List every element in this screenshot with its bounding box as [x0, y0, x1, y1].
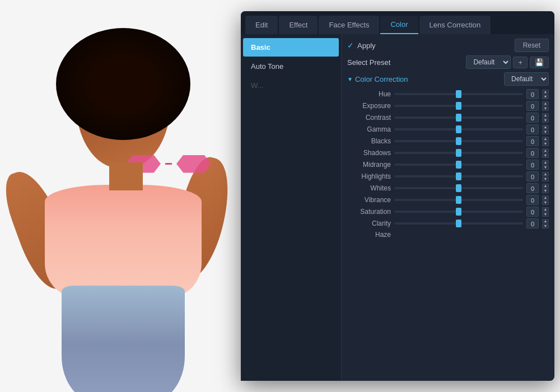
slider-up-hue[interactable]: ▲ [542, 90, 549, 94]
slider-down-highlights[interactable]: ▼ [542, 177, 549, 181]
slider-value-shadows[interactable]: 0 [526, 148, 539, 158]
slider-arrows-contrast: ▲ ▼ [542, 113, 549, 123]
slider-track-exposure[interactable] [394, 105, 523, 107]
slider-thumb-exposure [456, 102, 461, 110]
slider-label-midrange: Midrange [347, 161, 391, 169]
slider-thumb-hue [456, 90, 461, 98]
slider-up-vibrance[interactable]: ▲ [542, 195, 549, 200]
slider-value-blacks[interactable]: 0 [526, 136, 539, 146]
slider-up-shadows[interactable]: ▲ [542, 148, 549, 153]
apply-checkbox-row[interactable]: ✓ Apply [347, 41, 376, 50]
preset-row: Select Preset Default + 💾 [347, 55, 549, 69]
apply-row: ✓ Apply Reset [347, 39, 549, 52]
slider-label-shadows: Shadows [347, 149, 391, 157]
slider-down-midrange[interactable]: ▼ [542, 165, 549, 170]
slider-value-vibrance[interactable]: 0 [526, 195, 539, 205]
preset-save-button[interactable]: 💾 [530, 57, 549, 68]
slider-value-gamma[interactable]: 0 [526, 124, 539, 134]
slider-arrows-gamma: ▲ ▼ [542, 125, 549, 134]
sidebar-item-auto-tone[interactable]: Auto Tone [243, 57, 339, 76]
hair [56, 28, 190, 140]
slider-up-clarity[interactable]: ▲ [542, 219, 549, 223]
slider-track-clarity[interactable] [394, 222, 523, 225]
slider-down-shadows[interactable]: ▼ [542, 153, 549, 158]
slider-track-saturation[interactable] [394, 211, 523, 213]
slider-thumb-blacks [456, 137, 461, 145]
tab-lens-correction[interactable]: Lens Correction [419, 16, 491, 34]
slider-track-blacks[interactable] [394, 140, 523, 142]
sidebar: Basic Auto Tone W... [241, 34, 342, 381]
haze-row: Haze [347, 231, 549, 239]
torso [45, 185, 202, 297]
slider-label-exposure: Exposure [347, 102, 391, 110]
slider-up-exposure[interactable]: ▲ [542, 101, 549, 106]
color-correction-title[interactable]: ▼ Color Correction [347, 75, 408, 83]
slider-track-midrange[interactable] [394, 164, 523, 166]
slider-track-gamma[interactable] [394, 128, 523, 130]
slider-value-midrange[interactable]: 0 [526, 160, 539, 170]
slider-label-vibrance: Vibrance [347, 196, 391, 204]
preset-add-button[interactable]: + [513, 57, 528, 68]
tab-bar: Edit Effect Face Effects Color Lens Corr… [241, 11, 554, 34]
tab-face-effects[interactable]: Face Effects [319, 16, 379, 34]
slider-track-hue[interactable] [394, 93, 523, 95]
sidebar-item-basic[interactable]: Basic [243, 38, 339, 57]
slider-up-blacks[interactable]: ▲ [542, 137, 549, 141]
slider-arrows-shadows: ▲ ▼ [542, 148, 549, 158]
color-correction-preset-dropdown[interactable]: Default [504, 72, 549, 86]
slider-down-vibrance[interactable]: ▼ [542, 200, 549, 205]
slider-up-gamma[interactable]: ▲ [542, 125, 549, 129]
slider-thumb-clarity [456, 220, 461, 227]
slider-value-exposure[interactable]: 0 [526, 101, 539, 111]
color-correction-label: Color Correction [355, 75, 408, 83]
slider-up-highlights[interactable]: ▲ [542, 172, 549, 176]
slider-value-saturation[interactable]: 0 [526, 207, 539, 217]
slider-up-whites[interactable]: ▲ [542, 184, 549, 188]
slider-down-gamma[interactable]: ▼ [542, 130, 549, 134]
slider-track-vibrance[interactable] [394, 199, 523, 201]
slider-down-whites[interactable]: ▼ [542, 189, 549, 193]
tab-effect[interactable]: Effect [279, 16, 318, 34]
slider-arrows-blacks: ▲ ▼ [542, 137, 549, 146]
color-correction-header: ▼ Color Correction Default [347, 72, 549, 86]
slider-label-highlights: Highlights [347, 172, 391, 180]
slider-down-saturation[interactable]: ▼ [542, 212, 549, 217]
slider-value-whites[interactable]: 0 [526, 183, 539, 193]
slider-arrows-highlights: ▲ ▼ [542, 172, 549, 181]
preset-controls: Default + 💾 [466, 55, 549, 69]
slider-value-highlights[interactable]: 0 [526, 171, 539, 181]
slider-track-shadows[interactable] [394, 152, 523, 154]
slider-down-contrast[interactable]: ▼ [542, 118, 549, 123]
slider-row-midrange: Midrange 0 ▲ ▼ [347, 160, 549, 170]
slider-value-hue[interactable]: 0 [526, 89, 539, 99]
slider-up-midrange[interactable]: ▲ [542, 160, 549, 165]
apply-label: Apply [357, 41, 376, 50]
slider-down-clarity[interactable]: ▼ [542, 224, 549, 228]
slider-down-hue[interactable]: ▼ [542, 95, 549, 99]
reset-button[interactable]: Reset [515, 39, 549, 52]
slider-track-whites[interactable] [394, 187, 523, 189]
slider-value-contrast[interactable]: 0 [526, 113, 539, 123]
slider-row-blacks: Blacks 0 ▲ ▼ [347, 136, 549, 146]
person-illustration [0, 0, 280, 392]
slider-row-clarity: Clarity 0 ▲ ▼ [347, 218, 549, 228]
sidebar-item-w: W... [243, 76, 339, 95]
haze-label: Haze [347, 231, 391, 239]
preset-dropdown[interactable]: Default [466, 55, 511, 69]
slider-up-contrast[interactable]: ▲ [542, 113, 549, 118]
panel-content: Basic Auto Tone W... ✓ Apply Reset Selec… [241, 34, 554, 381]
slider-label-gamma: Gamma [347, 125, 391, 133]
slider-thumb-midrange [456, 161, 461, 169]
slider-down-blacks[interactable]: ▼ [542, 142, 549, 146]
tab-edit[interactable]: Edit [245, 16, 278, 34]
slider-track-highlights[interactable] [394, 175, 523, 178]
tab-color[interactable]: Color [380, 16, 418, 34]
slider-track-contrast[interactable] [394, 116, 523, 119]
slider-up-saturation[interactable]: ▲ [542, 207, 549, 212]
jeans [62, 286, 185, 392]
slider-arrows-whites: ▲ ▼ [542, 184, 549, 193]
slider-arrows-exposure: ▲ ▼ [542, 101, 549, 111]
slider-down-exposure[interactable]: ▼ [542, 106, 549, 111]
slider-value-clarity[interactable]: 0 [526, 218, 539, 228]
color-panel: Edit Effect Face Effects Color Lens Corr… [241, 11, 554, 381]
